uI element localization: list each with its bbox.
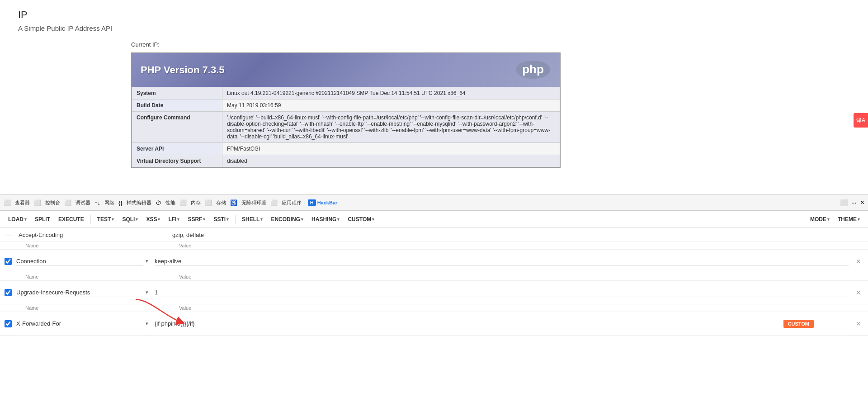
devtools-item-accessibility[interactable]: 无障碍环境 (239, 198, 269, 208)
xforward-value-input[interactable] (155, 319, 849, 328)
upgrade-entry: ▾ × (0, 281, 868, 304)
page-content: IP A Simple Public IP Address API Curren… (0, 0, 868, 194)
accept-encoding-value: gzip, deflate (172, 232, 204, 238)
xss-dropdown-arrow: ▾ (158, 217, 160, 222)
split-label: SPLIT (35, 216, 50, 223)
encoding-button[interactable]: ENCODING ▾ (267, 214, 307, 224)
upgrade-value-input[interactable] (155, 288, 849, 297)
upgrade-name-dropdown[interactable]: ▾ (144, 289, 150, 296)
headers-panel: — Accept-Encoding gzip, deflate Name Val… (0, 228, 868, 368)
split-button[interactable]: SPLIT (31, 214, 54, 224)
php-table-label: Server API (132, 143, 222, 155)
devtools-icon-debugger: ⬜ (64, 199, 71, 206)
hashing-button[interactable]: HASHING ▾ (308, 214, 343, 224)
devtools-icon-storage: ⬜ (205, 199, 212, 206)
ssrf-label: SSRF (188, 216, 202, 223)
php-table-label: Virtual Directory Support (132, 155, 222, 167)
page-title: IP (18, 9, 850, 21)
connection-value-input[interactable] (155, 257, 849, 266)
devtools-close-icon[interactable]: × (860, 199, 864, 207)
connection-checkbox[interactable] (5, 258, 12, 265)
devtools-item-hackbar[interactable]: H HackBar (306, 198, 340, 207)
custom-button[interactable]: CUSTOM ▾ (344, 214, 378, 224)
custom-label: CUSTOM (348, 216, 371, 223)
storage-label: 存储 (216, 199, 226, 206)
accept-encoding-name: Accept-Encoding (19, 232, 168, 238)
devtools-item-performance[interactable]: 性能 (163, 198, 178, 208)
upgrade-name-input[interactable] (16, 288, 143, 297)
xforward-entry: ▾ × CUSTOM (0, 312, 868, 336)
shell-label: SHELL (242, 216, 259, 223)
hashing-label: HASHING (311, 216, 336, 223)
ssrf-button[interactable]: SSRF ▾ (184, 214, 209, 224)
encoding-dropdown-arrow: ▾ (301, 217, 303, 222)
translate-button[interactable]: 译A (854, 113, 868, 128)
devtools-item-storage[interactable]: 存储 (214, 198, 228, 208)
php-table-label: System (132, 87, 222, 99)
ssti-label: SSTI (213, 216, 226, 223)
upgrade-checkbox[interactable] (5, 289, 12, 296)
hackbar-toolbar: LOAD ▾ SPLIT EXECUTE TEST ▾ SQLI ▾ XSS ▾… (0, 211, 868, 228)
connection-name-dropdown[interactable]: ▾ (144, 257, 150, 265)
devtools-item-memory[interactable]: 内存 (189, 198, 203, 208)
upgrade-value-col-label: Value (179, 274, 191, 279)
application-label: 应用程序 (282, 199, 302, 206)
xforward-delete-button[interactable]: × (853, 319, 863, 329)
hashing-dropdown-arrow: ▾ (337, 217, 340, 222)
mode-button[interactable]: MODE ▾ (807, 214, 833, 224)
php-table-value: Linux out 4.19.221-0419221-generic #2021… (222, 87, 560, 99)
lfi-button[interactable]: LFI ▾ (165, 214, 183, 224)
php-header: PHP Version 7.3.5 php (132, 53, 560, 87)
php-table-label: Build Date (132, 99, 222, 112)
xforward-name-col-label: Name (25, 305, 179, 311)
execute-label: EXECUTE (58, 216, 84, 223)
devtools-item-console[interactable]: 控制台 (43, 198, 62, 208)
load-button[interactable]: LOAD ▾ (5, 214, 30, 224)
network-label: 网络 (104, 199, 114, 206)
minus-icon[interactable]: — (5, 231, 12, 239)
debugger-label: 调试器 (75, 199, 90, 206)
devtools-icon-performance: ⏱ (156, 199, 161, 206)
devtools-expand-icon[interactable]: ⬜ (840, 199, 848, 206)
upgrade-delete-button[interactable]: × (853, 288, 863, 298)
connection-name-wrapper: ▾ (16, 257, 150, 266)
lfi-dropdown-arrow: ▾ (177, 217, 179, 222)
devtools-more-icon[interactable]: ··· (851, 199, 857, 206)
accept-encoding-row: — Accept-Encoding gzip, deflate (0, 228, 868, 242)
sqli-label: SQLI (122, 216, 135, 223)
php-table-value: May 11 2019 03:16:59 (222, 99, 560, 112)
xforward-checkbox[interactable] (5, 320, 12, 327)
ssti-button[interactable]: SSTI ▾ (210, 214, 232, 224)
connection-delete-button[interactable]: × (853, 256, 863, 266)
theme-button[interactable]: THEME ▾ (834, 214, 863, 224)
execute-button[interactable]: EXECUTE (55, 214, 88, 224)
custom-dropdown-arrow: ▾ (372, 217, 374, 222)
accessibility-label: 无障碍环境 (241, 199, 266, 206)
xforward-name-dropdown[interactable]: ▾ (144, 320, 150, 327)
theme-dropdown-arrow: ▾ (858, 217, 860, 222)
devtools-item-inspector[interactable]: 查看器 (13, 198, 32, 208)
test-button[interactable]: TEST ▾ (94, 214, 118, 224)
php-table-value: disabled (222, 155, 560, 167)
devtools-icon-accessibility: ♿ (230, 199, 237, 206)
shell-button[interactable]: SHELL ▾ (238, 214, 266, 224)
connection-name-input[interactable] (16, 257, 143, 266)
devtools-item-style[interactable]: 样式编辑器 (124, 198, 154, 208)
xforward-labels-row: Name Value (0, 304, 868, 312)
devtools-item-network[interactable]: 网络 (102, 198, 117, 208)
php-version: PHP Version 7.3.5 (141, 64, 224, 76)
xforward-name-input[interactable] (16, 319, 143, 328)
theme-label: THEME (838, 216, 857, 223)
sqli-button[interactable]: SQLI ▾ (118, 214, 142, 224)
upgrade-name-col-label: Name (25, 274, 179, 279)
devtools-item-debugger[interactable]: 调试器 (73, 198, 93, 208)
xss-label: XSS (146, 216, 157, 223)
xss-button[interactable]: XSS ▾ (142, 214, 164, 224)
devtools-bar: ⬜ 查看器 ⬜ 控制台 ⬜ 调试器 ↑↓ 网络 {} 样式编辑器 ⏱ 性能 ⬜ … (0, 194, 868, 211)
performance-label: 性能 (165, 199, 175, 206)
sqli-dropdown-arrow: ▾ (136, 217, 138, 222)
devtools-item-application[interactable]: 应用程序 (279, 198, 304, 208)
svg-text:php: php (522, 62, 544, 76)
php-logo-icon: php (515, 60, 551, 80)
xforward-name-wrapper: ▾ (16, 319, 150, 328)
